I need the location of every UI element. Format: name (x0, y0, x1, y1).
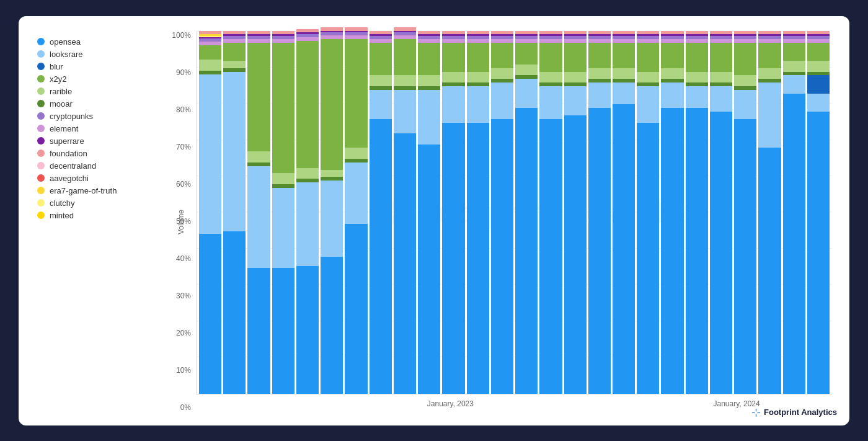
bar-segment (370, 75, 392, 86)
legend-dot-aavegotchi (37, 174, 45, 182)
legend-dot-opensea (37, 38, 45, 45)
bar-segment (321, 257, 343, 394)
bar-segment (321, 39, 343, 170)
bar-group (613, 31, 635, 394)
bar-group (394, 31, 416, 394)
legend-dot-rarible (37, 87, 45, 95)
bar-stack (345, 31, 367, 394)
bar-segment (783, 75, 805, 93)
bar-segment (296, 168, 319, 179)
bar-group (247, 31, 270, 394)
legend-item-decentraland: decentraland (37, 161, 167, 171)
bar-segment (783, 43, 805, 61)
bar-segment (588, 108, 611, 393)
bar-segment (637, 72, 659, 83)
bar-segment (539, 119, 562, 394)
legend-dot-clutchy (37, 199, 45, 207)
bar-segment (613, 68, 635, 79)
legend-label-superrare: superrare (50, 136, 84, 146)
legend-dot-cryptopunks (37, 112, 45, 120)
bar-stack (613, 31, 635, 394)
bar-segment (247, 268, 270, 394)
bar-stack (758, 31, 781, 394)
bar-segment (394, 90, 416, 133)
bar-segment (247, 166, 270, 268)
bar-segment (345, 224, 367, 393)
bar-segment (442, 86, 464, 123)
bar-segment (637, 43, 659, 72)
bar-segment (394, 39, 416, 76)
legend-label-clutchy: clutchy (50, 198, 74, 208)
bar-group (734, 31, 756, 394)
bars-area: ⊹ Footprint Analytics January, 2023Janua… (196, 31, 832, 413)
bar-segment (613, 43, 635, 68)
legend: opensea looksrare blur x2y2 rarible mooa… (31, 31, 167, 413)
bar-group (686, 31, 708, 394)
footer-brand: Footprint Analytics (764, 408, 837, 417)
footer: ⊹ Footprint Analytics (751, 403, 837, 419)
y-label: 30% (176, 292, 191, 300)
bar-segment (467, 72, 489, 83)
y-label: 70% (176, 143, 191, 151)
bar-group (783, 31, 805, 394)
bar-group (758, 31, 781, 394)
legend-label-element: element (50, 124, 78, 133)
bar-segment (272, 43, 294, 174)
bar-segment (564, 72, 587, 83)
y-label: 90% (176, 68, 191, 77)
bar-segment (661, 68, 683, 79)
legend-label-foundation: foundation (50, 149, 87, 158)
legend-item-opensea: opensea (37, 37, 167, 47)
bar-segment (418, 145, 440, 394)
bar-segment (588, 82, 611, 108)
bar-stack (710, 31, 732, 394)
chart-plot: Volume 100%90%80%70%60%50%40%30%20%10%0%… (167, 31, 832, 413)
bar-segment (758, 68, 781, 79)
bar-segment (807, 94, 830, 112)
bar-segment (223, 61, 246, 68)
legend-item-clutchy: clutchy (37, 198, 167, 208)
bar-segment (272, 173, 294, 184)
legend-item-era7-game-of-truth: era7-game-of-truth (37, 186, 167, 195)
bar-segment (442, 72, 464, 83)
bar-segment (783, 61, 805, 72)
bar-segment (491, 43, 513, 68)
bar-stack (783, 31, 805, 394)
chart-area: Volume 100%90%80%70%60%50%40%30%20%10%0%… (167, 31, 832, 413)
y-label: 60% (176, 180, 191, 189)
bar-segment (223, 231, 246, 393)
bar-segment (734, 75, 756, 86)
bar-stack (491, 31, 513, 394)
legend-label-looksrare: looksrare (50, 50, 82, 59)
bar-segment (223, 72, 246, 231)
bar-group (272, 31, 294, 394)
bar-stack (442, 31, 464, 394)
bar-segment (467, 86, 489, 123)
bar-segment (442, 43, 464, 72)
bar-segment (418, 43, 440, 76)
legend-dot-x2y2 (37, 75, 45, 82)
bar-stack (564, 31, 587, 394)
legend-label-cryptopunks: cryptopunks (50, 112, 93, 121)
legend-label-x2y2: x2y2 (50, 74, 66, 84)
bar-segment (345, 163, 367, 224)
legend-label-era7-game-of-truth: era7-game-of-truth (50, 186, 117, 195)
legend-item-superrare: superrare (37, 136, 167, 146)
bar-group (321, 31, 343, 394)
bar-stack (321, 31, 343, 394)
bar-group (199, 31, 221, 394)
bar-segment (515, 65, 538, 76)
bar-stack (199, 31, 221, 394)
legend-dot-decentraland (37, 162, 45, 169)
chart-container: opensea looksrare blur x2y2 rarible mooa… (19, 16, 849, 425)
y-label: 10% (176, 366, 191, 375)
y-label: 40% (176, 254, 191, 263)
bar-group (564, 31, 587, 394)
legend-dot-looksrare (37, 50, 45, 58)
bar-stack (370, 31, 392, 394)
bar-segment (491, 119, 513, 394)
bar-group (710, 31, 732, 394)
bar-stack (223, 31, 246, 394)
bar-stack (734, 31, 756, 394)
bar-segment (686, 108, 708, 393)
